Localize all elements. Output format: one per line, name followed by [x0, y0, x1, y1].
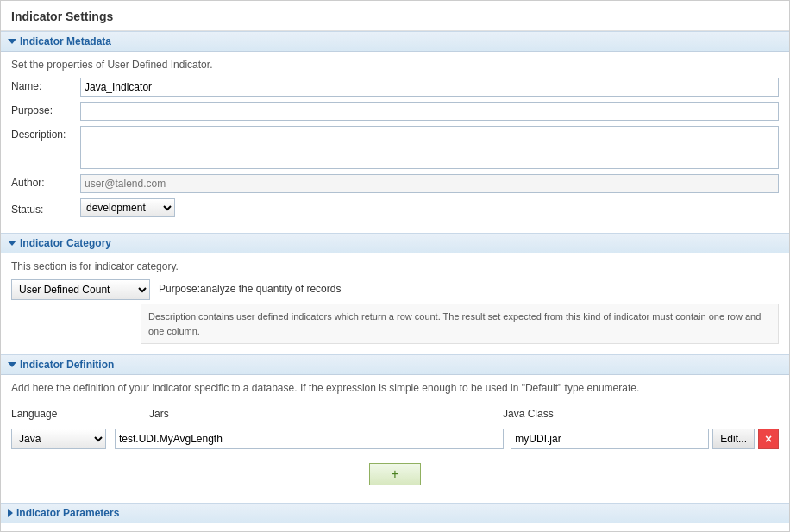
description-label: Description:	[11, 126, 80, 141]
metadata-section-content: Set the properties of User Defined Indic…	[1, 52, 789, 233]
category-desc-box: Description:contains user defined indica…	[141, 304, 779, 344]
collapse-metadata-icon	[8, 39, 16, 44]
add-row-button[interactable]: +	[369, 463, 421, 485]
add-button-container: +	[11, 463, 779, 485]
delete-button[interactable]: ×	[758, 429, 779, 449]
definition-section-content: Add here the definition of your indicato…	[1, 375, 789, 503]
metadata-description: Set the properties of User Defined Indic…	[11, 59, 779, 71]
definition-data-row: Java JavaScript Groovy Edit... ×	[11, 429, 779, 449]
java-class-column-header: Java Class	[503, 408, 779, 420]
language-select[interactable]: Java JavaScript Groovy	[11, 429, 106, 449]
status-label: Status:	[11, 201, 80, 216]
definition-section-title: Indicator Definition	[20, 359, 114, 371]
params-section-title: Indicator Parameters	[16, 507, 119, 519]
category-purpose: Purpose:analyze the quantity of records	[159, 279, 341, 295]
category-select[interactable]: User Defined Count User Defined Frequenc…	[11, 279, 150, 300]
category-section-content: This section is for indicator category. …	[1, 253, 789, 354]
metadata-section: Indicator Metadata Set the properties of…	[1, 31, 789, 233]
collapse-definition-icon	[8, 362, 16, 367]
java-class-input[interactable]	[511, 429, 709, 449]
name-label: Name:	[11, 78, 80, 92]
status-row: Status: development production deprecate…	[11, 198, 779, 217]
metadata-section-title: Indicator Metadata	[20, 35, 111, 47]
status-select[interactable]: development production deprecated	[80, 198, 175, 217]
description-input[interactable]	[80, 126, 779, 169]
author-row: Author:	[11, 174, 779, 193]
jars-column-header: Jars	[149, 408, 503, 420]
name-row: Name:	[11, 78, 779, 97]
author-label: Author:	[11, 174, 80, 189]
params-section-header[interactable]: Indicator Parameters	[1, 503, 789, 523]
lang-column-header: Language	[11, 408, 149, 420]
description-row: Description:	[11, 126, 779, 169]
edit-button[interactable]: Edit...	[712, 429, 755, 449]
page-title: Indicator Settings	[1, 1, 789, 31]
purpose-row: Purpose:	[11, 102, 779, 121]
jars-input[interactable]	[115, 429, 504, 449]
definition-section: Indicator Definition Add here the defini…	[1, 354, 789, 503]
purpose-label: Purpose:	[11, 102, 80, 116]
purpose-input[interactable]	[80, 102, 779, 121]
name-input[interactable]	[80, 78, 779, 97]
definition-section-header[interactable]: Indicator Definition	[1, 355, 789, 375]
collapse-category-icon	[8, 241, 16, 246]
author-input[interactable]	[80, 174, 779, 193]
expand-params-icon	[8, 509, 13, 517]
category-description: This section is for indicator category.	[11, 260, 779, 272]
table-header-row: Language Jars Java Class	[11, 404, 779, 423]
category-row: User Defined Count User Defined Frequenc…	[11, 279, 779, 300]
definition-description: Add here the definition of your indicato…	[11, 382, 779, 394]
category-section: Indicator Category This section is for i…	[1, 233, 789, 354]
category-section-header[interactable]: Indicator Category	[1, 234, 789, 253]
category-section-title: Indicator Category	[20, 237, 111, 249]
metadata-section-header[interactable]: Indicator Metadata	[1, 32, 789, 52]
